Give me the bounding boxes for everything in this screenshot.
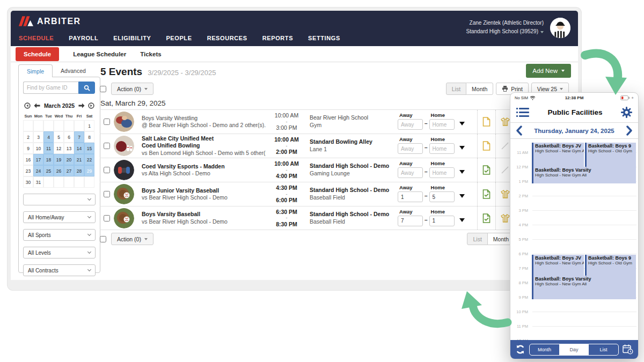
- away-score-input[interactable]: [398, 191, 423, 202]
- phone-event[interactable]: Basketball: Boys VarsityHigh School - Ne…: [532, 167, 636, 183]
- calendar-day[interactable]: 22: [84, 154, 94, 165]
- phone-tab-list[interactable]: List: [589, 344, 618, 355]
- away-score-input[interactable]: [398, 119, 423, 130]
- score-dropdown-caret[interactable]: [459, 170, 465, 174]
- calendar-day[interactable]: 23: [23, 165, 33, 176]
- tab-simple[interactable]: Simple: [18, 64, 53, 77]
- tab-advanced[interactable]: Advanced: [53, 64, 94, 77]
- view-list-button[interactable]: List: [446, 83, 466, 95]
- calendar-day[interactable]: 6: [64, 131, 74, 143]
- calendar-day[interactable]: 10: [33, 143, 43, 154]
- arbiter-logo[interactable]: ARBITER: [18, 16, 81, 27]
- subtab-tickets[interactable]: Tickets: [140, 51, 161, 57]
- calendar-day[interactable]: 11: [43, 143, 54, 154]
- calendar-day[interactable]: 7: [74, 131, 84, 143]
- calendar-day[interactable]: 29: [84, 165, 94, 176]
- phone-event[interactable]: Basketball: Boys 9High School - Old Gym: [585, 255, 636, 276]
- calendar-day[interactable]: 31: [33, 176, 43, 188]
- home-score-input[interactable]: [429, 143, 455, 154]
- nav-payroll[interactable]: PAYROLL: [69, 35, 98, 41]
- calendar-day[interactable]: 13: [64, 143, 74, 154]
- score-dropdown-caret[interactable]: [459, 146, 465, 150]
- event-checkbox[interactable]: [104, 191, 110, 197]
- nav-people[interactable]: PEOPLE: [166, 35, 192, 41]
- levels-select[interactable]: All Levels: [23, 247, 96, 258]
- calendar-day[interactable]: 16: [23, 154, 33, 165]
- user-menu[interactable]: Zane Zientek (Athletic Director) Standar…: [466, 19, 544, 35]
- calendar-day[interactable]: 19: [54, 154, 64, 165]
- phone-event[interactable]: Basketball: Boys 9High School - Old Gym: [585, 143, 636, 167]
- home-away-select[interactable]: All Home/Away: [23, 211, 96, 223]
- prev-day-chevron[interactable]: [516, 125, 522, 136]
- calendar-day[interactable]: 2: [23, 131, 33, 143]
- away-score-input[interactable]: [398, 143, 423, 154]
- home-score-input[interactable]: [429, 191, 455, 202]
- phone-tab-month[interactable]: Month: [530, 344, 559, 355]
- view-list-button-bottom[interactable]: List: [467, 233, 487, 245]
- home-score-input[interactable]: [429, 167, 455, 178]
- calendar-day[interactable]: 1: [84, 120, 94, 131]
- score-dropdown-caret[interactable]: [459, 194, 465, 198]
- calendar-day[interactable]: 18: [43, 154, 54, 165]
- calendar-day[interactable]: 5: [54, 131, 64, 143]
- calendar-day[interactable]: 24: [33, 165, 43, 176]
- view-month-button[interactable]: Month: [466, 83, 493, 95]
- next-year-button[interactable]: [88, 102, 94, 109]
- calendar-clock-icon[interactable]: [623, 344, 633, 354]
- event-checkbox[interactable]: [104, 119, 110, 125]
- nav-eligibility[interactable]: ELIGIBILITY: [113, 35, 151, 41]
- calendar-day[interactable]: 9: [23, 143, 33, 154]
- calendar-day[interactable]: 15: [84, 143, 94, 154]
- contract-complete-icon[interactable]: [477, 206, 495, 230]
- nav-settings[interactable]: SETTINGS: [308, 35, 340, 41]
- nav-resources[interactable]: RESOURCES: [207, 35, 247, 41]
- menu-list-icon[interactable]: [516, 108, 529, 117]
- gear-icon[interactable]: [621, 107, 632, 118]
- search-button[interactable]: [78, 82, 95, 94]
- phone-event[interactable]: Basketball: Boys VarsityHigh School - Ne…: [532, 276, 636, 299]
- calendar-day[interactable]: 28: [74, 165, 84, 176]
- event-checkbox[interactable]: [104, 215, 110, 221]
- date-preset-select[interactable]: [23, 194, 96, 205]
- calendar-day[interactable]: 3: [33, 131, 43, 143]
- calendar-day[interactable]: 17: [33, 154, 43, 165]
- calendar-day[interactable]: 25: [43, 165, 54, 176]
- calendar-day[interactable]: 4: [43, 131, 54, 143]
- select-all-checkbox-top[interactable]: [100, 86, 106, 92]
- score-dropdown-caret[interactable]: [459, 122, 465, 125]
- phone-tab-day[interactable]: Day: [559, 344, 589, 355]
- refresh-icon[interactable]: [515, 344, 525, 354]
- game-id-search-input[interactable]: [23, 82, 78, 94]
- prev-month-button[interactable]: [34, 103, 40, 108]
- next-month-button[interactable]: [78, 103, 85, 108]
- nav-reports[interactable]: REPORTS: [262, 35, 293, 41]
- phone-event[interactable]: Basketball: Boys JVHigh School - New Gym…: [532, 143, 584, 167]
- calendar-day[interactable]: 14: [74, 143, 84, 154]
- home-score-input[interactable]: [429, 216, 455, 226]
- event-checkbox[interactable]: [104, 143, 110, 149]
- prev-year-button[interactable]: [24, 102, 31, 109]
- action-button-bottom[interactable]: Action (0): [111, 233, 153, 245]
- sports-select[interactable]: All Sports: [23, 229, 96, 241]
- event-checkbox[interactable]: [104, 167, 110, 173]
- calendar-day[interactable]: 30: [23, 176, 33, 188]
- score-dropdown-caret[interactable]: [459, 218, 465, 222]
- subtab-league-scheduler[interactable]: League Scheduler: [73, 51, 126, 57]
- select-all-checkbox-bottom[interactable]: [100, 236, 106, 242]
- contracts-select[interactable]: All Contracts: [23, 264, 96, 276]
- home-score-input[interactable]: [429, 119, 455, 130]
- action-button-top[interactable]: Action (0): [111, 83, 153, 95]
- away-score-input[interactable]: [398, 216, 423, 226]
- subtab-schedule[interactable]: Schedule: [16, 47, 59, 61]
- phone-date-label[interactable]: Thursday, January 24, 2025: [534, 128, 614, 134]
- add-new-button[interactable]: Add New: [526, 64, 571, 78]
- calendar-day[interactable]: 26: [54, 165, 64, 176]
- calendar-day[interactable]: 20: [64, 154, 74, 165]
- nav-schedule[interactable]: SCHEDULE: [19, 35, 54, 41]
- contract-complete-icon[interactable]: [477, 182, 495, 206]
- calendar-day[interactable]: 27: [64, 165, 74, 176]
- calendar-day[interactable]: 12: [54, 143, 64, 154]
- user-avatar[interactable]: [550, 18, 570, 38]
- contract-pending-icon[interactable]: [477, 110, 495, 134]
- away-score-input[interactable]: [398, 167, 423, 178]
